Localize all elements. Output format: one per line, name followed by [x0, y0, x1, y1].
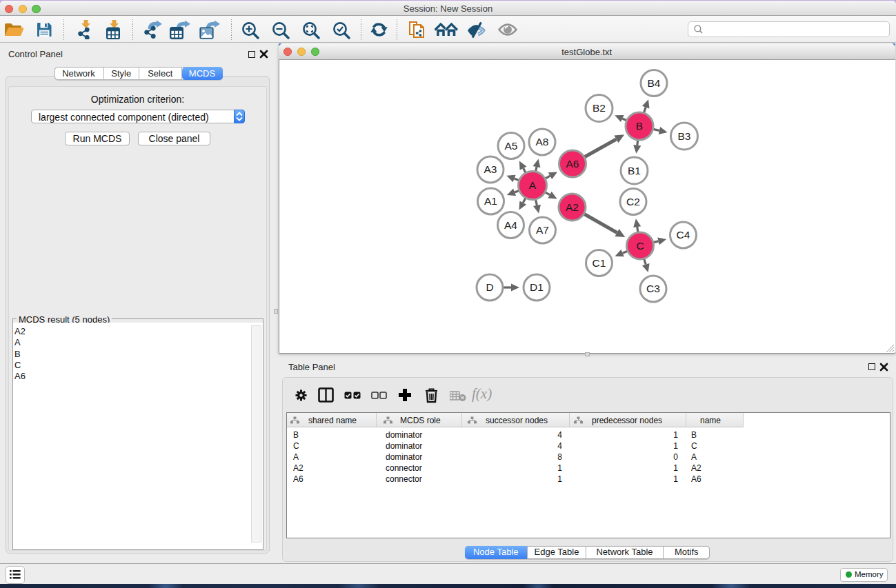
svg-text:A5: A5 — [504, 140, 517, 152]
svg-text:A1: A1 — [484, 195, 497, 207]
svg-text:C2: C2 — [626, 196, 640, 207]
svg-text:B2: B2 — [593, 102, 606, 114]
svg-text:A7: A7 — [536, 224, 549, 236]
svg-text:B3: B3 — [677, 130, 690, 142]
svg-text:D1: D1 — [530, 281, 544, 293]
svg-text:C: C — [636, 240, 644, 252]
svg-text:B4: B4 — [647, 77, 660, 89]
svg-text:A6: A6 — [566, 158, 579, 170]
svg-text:C1: C1 — [592, 257, 606, 269]
svg-text:B1: B1 — [628, 165, 641, 176]
svg-text:D: D — [486, 281, 493, 293]
svg-text:A4: A4 — [504, 219, 517, 231]
svg-text:A: A — [528, 179, 536, 191]
svg-text:C3: C3 — [646, 283, 660, 294]
svg-text:A2: A2 — [566, 201, 579, 213]
svg-text:B: B — [635, 120, 642, 132]
svg-text:A3: A3 — [484, 163, 497, 175]
svg-text:C4: C4 — [676, 229, 690, 241]
svg-text:A8: A8 — [535, 136, 548, 148]
